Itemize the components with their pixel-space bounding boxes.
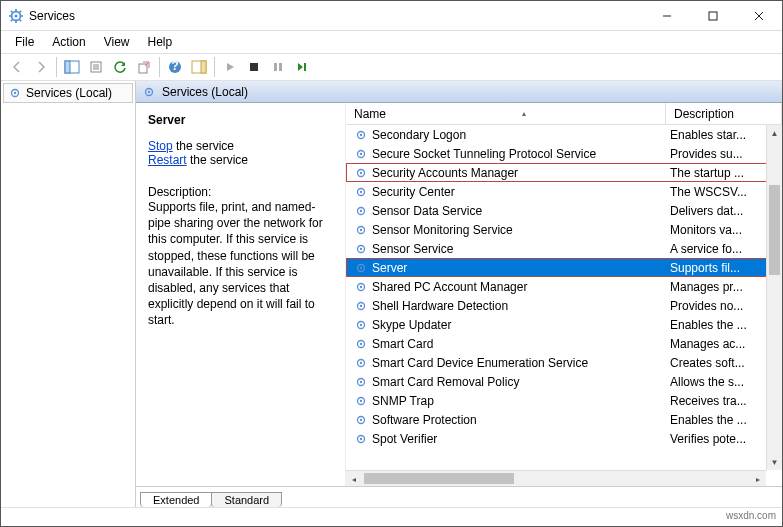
- svg-point-32: [148, 90, 150, 92]
- pause-service-button[interactable]: [266, 55, 290, 79]
- menu-view[interactable]: View: [96, 33, 138, 51]
- svg-rect-26: [274, 63, 277, 71]
- service-name: Software Protection: [372, 413, 477, 427]
- show-hide-tree-button[interactable]: [60, 55, 84, 79]
- horizontal-scrollbar[interactable]: ◂ ▸: [346, 470, 766, 486]
- service-row[interactable]: Smart Card Removal PolicyAllows the s...: [346, 372, 782, 391]
- properties-button[interactable]: [84, 55, 108, 79]
- maximize-button[interactable]: [690, 1, 736, 31]
- service-name: Shared PC Account Manager: [372, 280, 527, 294]
- service-row[interactable]: Spot VerifierVerifies pote...: [346, 429, 782, 448]
- close-button[interactable]: [736, 1, 782, 31]
- rows-container[interactable]: Secondary LogonEnables star...Secure Soc…: [346, 125, 782, 486]
- minimize-button[interactable]: [644, 1, 690, 31]
- service-desc: Receives tra...: [666, 394, 782, 408]
- scroll-down-button[interactable]: ▼: [767, 454, 782, 470]
- service-row[interactable]: Security CenterThe WSCSV...: [346, 182, 782, 201]
- service-icon: [354, 204, 368, 218]
- restart-service-button[interactable]: [290, 55, 314, 79]
- service-row[interactable]: Skype UpdaterEnables the ...: [346, 315, 782, 334]
- service-icon: [354, 318, 368, 332]
- svg-rect-28: [304, 63, 306, 71]
- svg-rect-11: [709, 12, 717, 20]
- svg-point-42: [360, 209, 362, 211]
- svg-point-58: [360, 361, 362, 363]
- service-name: Sensor Monitoring Service: [372, 223, 513, 237]
- service-row[interactable]: Shell Hardware DetectionProvides no...: [346, 296, 782, 315]
- service-desc: Allows the s...: [666, 375, 782, 389]
- service-icon: [354, 432, 368, 446]
- svg-line-7: [20, 19, 22, 21]
- service-desc: A service fo...: [666, 242, 782, 256]
- service-row[interactable]: Sensor ServiceA service fo...: [346, 239, 782, 258]
- view-tabs: Extended Standard: [136, 487, 782, 507]
- detail-panel: Server Stop the service Restart the serv…: [136, 103, 346, 486]
- window-title: Services: [29, 9, 75, 23]
- service-row[interactable]: Secondary LogonEnables star...: [346, 125, 782, 144]
- stop-service-button[interactable]: [242, 55, 266, 79]
- pane-header-label: Services (Local): [162, 85, 248, 99]
- scroll-right-button[interactable]: ▸: [750, 471, 766, 486]
- svg-point-56: [360, 342, 362, 344]
- tab-extended[interactable]: Extended: [140, 492, 212, 507]
- service-row[interactable]: ServerSupports fil...: [346, 258, 782, 277]
- toolbar: ?: [1, 53, 782, 81]
- service-name: Server: [372, 261, 407, 275]
- start-service-button[interactable]: [218, 55, 242, 79]
- service-row[interactable]: Shared PC Account ManagerManages pr...: [346, 277, 782, 296]
- service-row[interactable]: Security Accounts ManagerThe startup ...: [346, 163, 782, 182]
- service-row[interactable]: Sensor Data ServiceDelivers dat...: [346, 201, 782, 220]
- content-area: Server Stop the service Restart the serv…: [136, 103, 782, 487]
- service-icon: [354, 394, 368, 408]
- service-row[interactable]: Smart Card Device Enumeration ServiceCre…: [346, 353, 782, 372]
- scroll-left-button[interactable]: ◂: [346, 472, 362, 487]
- svg-point-1: [14, 14, 17, 17]
- export-button[interactable]: [132, 55, 156, 79]
- hscroll-thumb[interactable]: [364, 473, 514, 484]
- service-name: Smart Card: [372, 337, 433, 351]
- service-row[interactable]: SNMP TrapReceives tra...: [346, 391, 782, 410]
- svg-rect-24: [201, 61, 206, 73]
- column-header-name[interactable]: Name▴: [346, 103, 666, 124]
- restart-link[interactable]: Restart: [148, 153, 187, 167]
- service-desc: The WSCSV...: [666, 185, 782, 199]
- svg-line-9: [20, 10, 22, 12]
- forward-button[interactable]: [29, 55, 53, 79]
- column-header-description[interactable]: Description: [666, 103, 782, 124]
- service-icon: [354, 147, 368, 161]
- help-button[interactable]: ?: [163, 55, 187, 79]
- service-row[interactable]: Sensor Monitoring ServiceMonitors va...: [346, 220, 782, 239]
- action-pane-button[interactable]: [187, 55, 211, 79]
- column-headers: Name▴ Description: [346, 103, 782, 125]
- service-icon: [354, 261, 368, 275]
- tab-standard[interactable]: Standard: [211, 492, 282, 507]
- service-row[interactable]: Smart CardManages ac...: [346, 334, 782, 353]
- service-icon: [354, 166, 368, 180]
- svg-point-48: [360, 266, 362, 268]
- selected-service-title: Server: [148, 113, 337, 127]
- service-name: Security Accounts Manager: [372, 166, 518, 180]
- tree-item-label: Services (Local): [26, 86, 112, 100]
- service-icon: [354, 337, 368, 351]
- titlebar: Services: [1, 1, 782, 31]
- service-icon: [354, 413, 368, 427]
- service-row[interactable]: Secure Socket Tunneling Protocol Service…: [346, 144, 782, 163]
- service-name: Skype Updater: [372, 318, 451, 332]
- service-desc: Manages ac...: [666, 337, 782, 351]
- menu-file[interactable]: File: [7, 33, 42, 51]
- back-button[interactable]: [5, 55, 29, 79]
- footer-watermark: wsxdn.com: [1, 507, 782, 525]
- svg-point-54: [360, 323, 362, 325]
- tree-item-services-local[interactable]: Services (Local): [3, 83, 133, 103]
- scroll-up-button[interactable]: ▲: [767, 125, 782, 141]
- menu-action[interactable]: Action: [44, 33, 93, 51]
- stop-link[interactable]: Stop: [148, 139, 173, 153]
- svg-point-52: [360, 304, 362, 306]
- refresh-button[interactable]: [108, 55, 132, 79]
- menu-help[interactable]: Help: [140, 33, 181, 51]
- vertical-scrollbar[interactable]: ▲ ▼: [766, 125, 782, 470]
- scroll-thumb[interactable]: [769, 185, 780, 275]
- service-row[interactable]: Software ProtectionEnables the ...: [346, 410, 782, 429]
- service-desc: Enables the ...: [666, 413, 782, 427]
- service-desc: Supports fil...: [666, 261, 782, 275]
